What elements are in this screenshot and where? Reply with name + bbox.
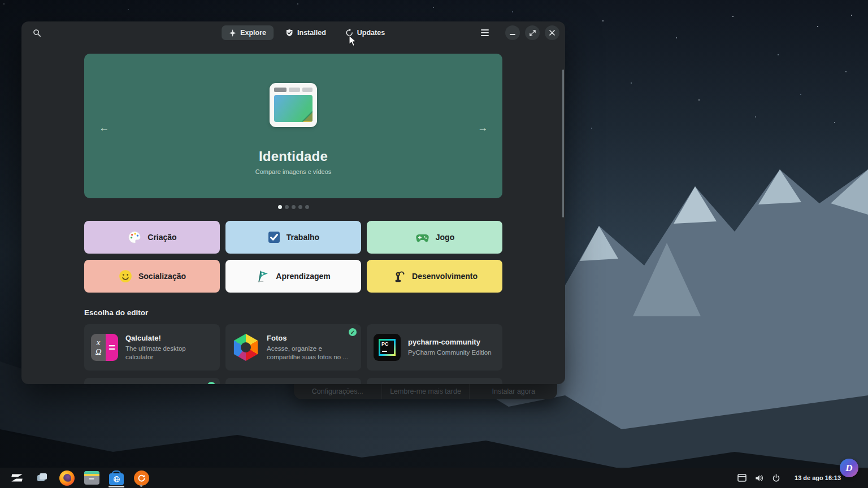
smiley-icon: [118, 269, 133, 284]
carousel-prev-button[interactable]: ←: [94, 118, 114, 137]
category-label: Trabalho: [287, 233, 319, 242]
next-row-partial: ✓: [84, 378, 502, 384]
tab-explore-label: Explore: [240, 29, 266, 37]
maximize-icon: [530, 30, 536, 36]
windows-overview-icon: [35, 471, 49, 485]
active-app-indicator: [108, 486, 124, 487]
featured-app-title: Identidade: [259, 149, 328, 164]
app-card-partial[interactable]: [367, 378, 502, 384]
featured-app-subtitle: Compare imagens e vídeos: [255, 168, 332, 175]
running-app-indicator: [140, 485, 142, 487]
tab-explore[interactable]: Explore: [222, 25, 274, 40]
search-icon: [33, 29, 41, 37]
close-button[interactable]: [545, 25, 559, 40]
learning-icon: [256, 269, 270, 284]
file-manager-icon: [84, 471, 99, 485]
check-circle-icon: [285, 29, 293, 37]
editor-choice-heading: Escolha do editor: [84, 308, 502, 317]
carousel-dot[interactable]: [305, 205, 309, 209]
robot-arm-icon: [392, 269, 406, 284]
minimize-icon: [510, 30, 515, 36]
updates-launcher[interactable]: [129, 468, 154, 488]
carousel-next-button[interactable]: →: [473, 118, 492, 137]
checkbox-icon: [267, 230, 281, 244]
zorin-menu-button[interactable]: [5, 468, 29, 488]
desktop: Configurações... Lembre-me mais tarde In…: [0, 0, 868, 488]
dialog-remind-later-button[interactable]: Lembre-me mais tarde: [382, 384, 470, 399]
scrollbar[interactable]: [562, 69, 564, 217]
minimize-button[interactable]: [505, 25, 520, 40]
power-icon: [772, 474, 780, 482]
category-aprendizagem[interactable]: Aprendizagem: [225, 260, 361, 293]
software-store-icon: [109, 473, 124, 485]
tab-updates[interactable]: Updates: [338, 25, 392, 40]
tab-updates-label: Updates: [357, 29, 385, 37]
app-card-fotos[interactable]: Fotos Acesse, organize e compartilhe sua…: [225, 324, 361, 371]
category-desenvolvimento[interactable]: Desenvolvimento: [367, 260, 502, 293]
carousel-pagination: [84, 204, 502, 209]
workspace-switcher-button[interactable]: [29, 468, 54, 488]
app-description: Acesse, organize e compartilhe suas foto…: [267, 345, 354, 361]
firefox-icon: [59, 470, 75, 486]
pycharm-app-icon: PC: [374, 334, 401, 361]
firefox-launcher[interactable]: [54, 468, 79, 488]
carousel-dot[interactable]: [292, 205, 296, 209]
notifications-tray-button[interactable]: [735, 470, 749, 485]
category-label: Criação: [147, 233, 176, 242]
clock[interactable]: 13 de ago 16:13: [795, 474, 841, 481]
app-description: PyCharm Community Edition: [408, 348, 492, 356]
category-socializacao[interactable]: Socialização: [84, 260, 220, 293]
fotos-app-icon: [232, 334, 259, 361]
zorin-logo-icon: [10, 470, 24, 485]
software-store-launcher[interactable]: [104, 468, 129, 488]
close-icon: [549, 30, 555, 36]
primary-menu-button[interactable]: [476, 25, 493, 40]
category-jogo[interactable]: Jogo: [367, 221, 502, 254]
carousel-dot[interactable]: [285, 205, 289, 209]
installed-check-icon: ✓: [349, 328, 357, 336]
software-update-icon: [134, 470, 149, 486]
search-button[interactable]: [27, 25, 46, 41]
view-switcher: Explore Installed Updates: [222, 21, 392, 44]
dialog-settings-button[interactable]: Configurações...: [294, 384, 382, 399]
qalculate-app-icon: x Ω =: [91, 334, 118, 361]
tab-installed[interactable]: Installed: [278, 25, 333, 40]
app-card-partial[interactable]: ✓: [84, 378, 220, 384]
dialog-install-now-button[interactable]: Instalar agora: [470, 384, 557, 399]
featured-app-icon: [270, 83, 317, 127]
software-store-window: Explore Installed Updates: [21, 21, 565, 384]
tab-installed-label: Installed: [297, 29, 326, 37]
category-grid: Criação Trabalho: [84, 221, 502, 293]
headerbar: Explore Installed Updates: [21, 21, 565, 44]
power-tray-button[interactable]: [769, 470, 783, 485]
app-card-pycharm[interactable]: PC pycharm-community PyCharm Community E…: [367, 324, 502, 371]
app-card-qalculate[interactable]: x Ω = Qalculate! The ultimate desktop ca…: [84, 324, 220, 371]
category-criacao[interactable]: Criação: [84, 221, 220, 254]
volume-tray-button[interactable]: [752, 470, 766, 485]
window-tray-icon: [737, 474, 747, 482]
category-label: Jogo: [436, 233, 454, 242]
user-avatar[interactable]: D: [840, 459, 858, 477]
explore-page: ← → Identidade Compare imagens e vídeos: [21, 44, 565, 384]
editor-choice-grid: x Ω = Qalculate! The ultimate desktop ca…: [84, 324, 502, 371]
carousel-dot[interactable]: [278, 205, 282, 209]
files-launcher[interactable]: [79, 468, 104, 488]
category-label: Socialização: [138, 272, 186, 281]
app-card-partial[interactable]: [225, 378, 361, 384]
speaker-icon: [754, 474, 763, 482]
hamburger-menu-icon: [481, 29, 489, 36]
palette-icon: [127, 230, 142, 245]
taskbar: 13 de ago 16:13: [0, 468, 868, 488]
featured-carousel[interactable]: ← → Identidade Compare imagens e vídeos: [84, 54, 502, 198]
category-label: Aprendizagem: [276, 272, 330, 281]
app-name: pycharm-community: [408, 338, 492, 346]
sparkle-icon: [229, 29, 236, 37]
category-label: Desenvolvimento: [412, 272, 478, 281]
app-name: Qalculate!: [125, 334, 213, 342]
gamepad-icon: [415, 230, 430, 245]
maximize-button[interactable]: [525, 25, 540, 40]
category-trabalho[interactable]: Trabalho: [225, 221, 361, 254]
installed-check-icon: ✓: [207, 382, 215, 384]
carousel-dot[interactable]: [298, 205, 302, 209]
mouse-cursor: [349, 35, 358, 47]
